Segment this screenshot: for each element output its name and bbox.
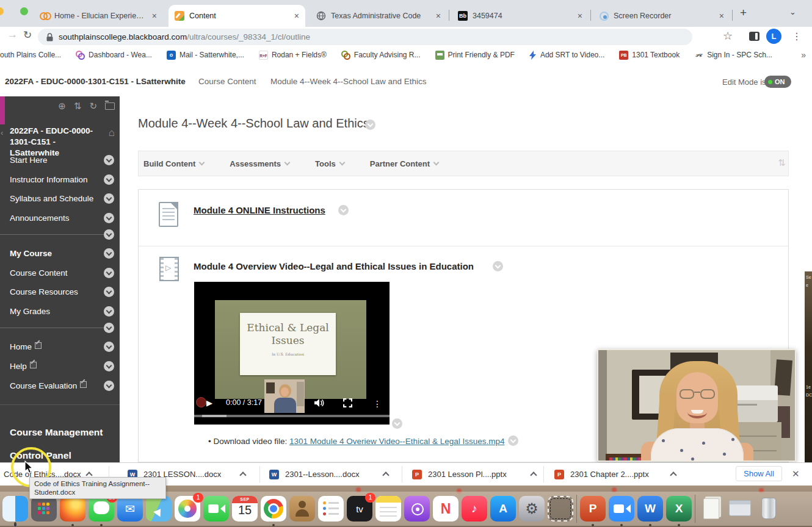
- reload-button[interactable]: ↻: [23, 29, 32, 41]
- sidebar-item-instructor-information[interactable]: Instructor Information: [10, 175, 88, 184]
- bookmark-1301-textbook[interactable]: PB1301 Textbook: [619, 51, 680, 60]
- fullscreen-icon[interactable]: [343, 398, 352, 407]
- trash-dock-icon[interactable]: [756, 496, 781, 522]
- refresh-menu-icon[interactable]: ↻: [89, 101, 97, 112]
- close-icon[interactable]: ×: [719, 11, 724, 21]
- sidebar-item-announcements[interactable]: Announcements: [10, 213, 70, 223]
- item-chevron-icon[interactable]: [104, 361, 114, 371]
- maps-dock-icon[interactable]: [146, 496, 172, 522]
- page-title-chevron-icon[interactable]: [365, 120, 375, 130]
- item-chevron-icon[interactable]: [104, 381, 114, 391]
- divider-chevron-icon[interactable]: [104, 229, 114, 240]
- breadcrumb-course-content[interactable]: Course Content: [198, 77, 256, 86]
- edit-mode-toggle[interactable]: ON: [764, 76, 791, 88]
- tab-screen-recorder[interactable]: Screen Recorder ×: [593, 5, 730, 27]
- system-preferences-dock-icon[interactable]: ⚙: [519, 496, 545, 522]
- screen-capture-selection-icon[interactable]: [548, 496, 573, 522]
- browser-menu-icon[interactable]: ⋮: [792, 30, 802, 42]
- video-player[interactable]: Ethical & Legal Issues In U.S. Education…: [194, 282, 390, 425]
- address-bar[interactable]: southplainscollege.blackboard.com/ultra/…: [38, 29, 692, 45]
- build-content-button[interactable]: Build Content: [143, 159, 204, 168]
- item-chevron-icon[interactable]: [104, 268, 114, 278]
- item-chevron-icon[interactable]: [493, 261, 503, 271]
- bookmarks-overflow-icon[interactable]: »: [801, 50, 806, 60]
- tab-search-chevron-icon[interactable]: ⌄: [789, 7, 796, 16]
- close-icon[interactable]: ×: [152, 11, 157, 21]
- documents-stack-icon[interactable]: [698, 496, 724, 522]
- video-download-link[interactable]: 1301 Module 4 Overiew Video--Ethical & L…: [289, 437, 504, 446]
- podcasts-dock-icon[interactable]: [404, 496, 430, 522]
- chevron-up-icon[interactable]: [530, 471, 537, 478]
- sidebar-item-help[interactable]: Help: [10, 362, 37, 371]
- item-chevron-icon[interactable]: [104, 342, 114, 352]
- notes-dock-icon[interactable]: [375, 496, 401, 522]
- bookmark-faculty-advising[interactable]: Faculty Advising R...: [341, 51, 421, 60]
- sidebar-item-home[interactable]: Home: [10, 342, 42, 351]
- video-chevron-icon[interactable]: [392, 418, 402, 429]
- volume-icon[interactable]: [314, 398, 325, 407]
- traffic-light-zoom[interactable]: [20, 7, 28, 15]
- item-chevron-icon[interactable]: [104, 306, 114, 317]
- divider-chevron-icon[interactable]: [104, 323, 114, 333]
- firefox-dock-icon[interactable]: [60, 496, 85, 522]
- tools-button[interactable]: Tools: [315, 159, 344, 168]
- sidebar-item-course-resources[interactable]: Course Resources: [10, 287, 78, 296]
- collapse-menu-icon[interactable]: ‹: [1, 128, 3, 137]
- partner-content-button[interactable]: Partner Content: [370, 159, 438, 168]
- excel-dock-icon[interactable]: X: [666, 496, 692, 522]
- bookmark-dashboard-weave[interactable]: Dashboard - Wea...: [76, 51, 152, 60]
- news-dock-icon[interactable]: N: [433, 496, 459, 522]
- powerpoint-dock-icon[interactable]: P: [580, 496, 606, 522]
- reorder-icon[interactable]: ⇅: [778, 157, 786, 168]
- item-chevron-icon[interactable]: [104, 155, 114, 165]
- close-icon[interactable]: ×: [578, 11, 582, 21]
- bookmark-south-plains[interactable]: outh Plains Colle...: [0, 51, 61, 59]
- bookmark-star-icon[interactable]: ☆: [723, 29, 733, 43]
- apple-tv-dock-icon[interactable]: tv1: [347, 496, 372, 522]
- facetime-dock-icon[interactable]: [203, 496, 229, 522]
- download-item[interactable]: W 2301--Lesson....docx: [269, 463, 388, 486]
- home-icon[interactable]: ⌂: [109, 127, 115, 139]
- chrome-dock-icon[interactable]: [261, 496, 286, 522]
- forward-button[interactable]: →: [7, 29, 18, 41]
- download-item[interactable]: P 2301 Chapter 2....pptx: [554, 463, 676, 486]
- profile-avatar[interactable]: L: [766, 29, 781, 44]
- chevron-up-icon[interactable]: [670, 471, 676, 478]
- item-chevron-icon[interactable]: [104, 193, 114, 204]
- tab-texas-admin-code[interactable]: Texas Administrative Code ×: [310, 5, 447, 27]
- close-downloads-bar-icon[interactable]: ✕: [792, 468, 800, 479]
- sidebar-item-course-evaluation[interactable]: Course Evaluation: [10, 381, 87, 390]
- chevron-up-icon[interactable]: [383, 471, 390, 478]
- add-menu-item-icon[interactable]: ⊕: [58, 101, 66, 112]
- sidebar-item-course-content[interactable]: Course Content: [10, 268, 68, 278]
- item-chevron-icon[interactable]: [338, 205, 349, 215]
- link-chevron-icon[interactable]: [508, 436, 518, 446]
- bookmark-mail[interactable]: oMail - Satterwhite,...: [167, 51, 244, 60]
- contacts-dock-icon[interactable]: [289, 496, 315, 522]
- item-chevron-icon[interactable]: [104, 287, 114, 297]
- item-chevron-icon[interactable]: [104, 213, 114, 223]
- tab-3459474[interactable]: Bb 3459474 ×: [452, 5, 589, 27]
- bookmark-rodan-fields[interactable]: R+FRodan + Fields®: [259, 51, 327, 60]
- new-tab-button[interactable]: +: [740, 6, 747, 20]
- sidebar-item-start-here[interactable]: Start Here: [10, 156, 48, 165]
- item-chevron-icon[interactable]: [104, 248, 114, 259]
- tab-home-ellucian[interactable]: Home - Ellucian Experience ×: [34, 5, 163, 27]
- play-button[interactable]: ▶: [206, 398, 212, 407]
- show-all-downloads-button[interactable]: Show All: [736, 466, 782, 481]
- calendar-dock-icon[interactable]: SEP15: [232, 496, 258, 522]
- close-icon[interactable]: ×: [294, 11, 299, 21]
- assessments-button[interactable]: Assessments: [230, 159, 289, 168]
- sidebar-item-syllabus-and-schedule[interactable]: Syllabus and Schedule: [10, 194, 93, 203]
- side-panel-icon[interactable]: [749, 32, 759, 41]
- messages-dock-icon[interactable]: 28: [89, 496, 114, 522]
- close-icon[interactable]: ×: [436, 11, 441, 21]
- zoom-dock-icon[interactable]: [609, 496, 634, 522]
- bookmark-add-srt[interactable]: Add SRT to Video...: [529, 51, 604, 60]
- tab-content[interactable]: Content ×: [169, 5, 305, 27]
- reminders-dock-icon[interactable]: [318, 496, 344, 522]
- bookmark-sign-in-spc[interactable]: 𝒮𝒞Sign In - SPC Sch...: [694, 51, 772, 60]
- sidebar-item-my-grades[interactable]: My Grades: [10, 307, 50, 316]
- bookmark-print-friendly[interactable]: Print Friendly & PDF: [435, 51, 515, 60]
- folder-view-icon[interactable]: [105, 102, 115, 110]
